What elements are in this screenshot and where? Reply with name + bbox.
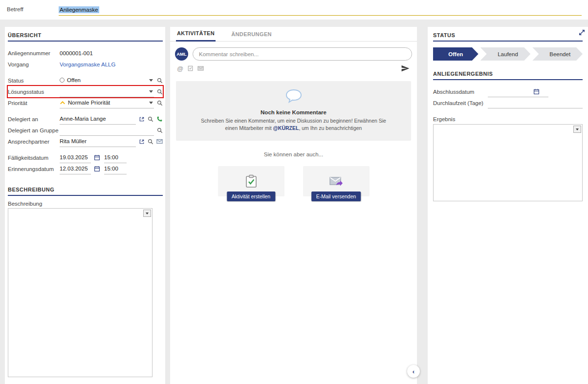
abschlussdatum-label: Abschlussdatum <box>433 89 488 95</box>
ansprechpartner-value: Rita Müller <box>60 138 87 144</box>
erinnerungsdatum-time-input[interactable]: 15:00 <box>104 163 127 174</box>
send-email-card[interactable]: E-Mail versenden <box>303 166 370 196</box>
avatar: AML <box>175 47 188 61</box>
send-icon[interactable] <box>401 64 410 72</box>
clipboard-check-icon <box>245 174 258 188</box>
delegiert-an-gruppe-input[interactable] <box>60 125 154 136</box>
delegiert-an-gruppe-label: Delegiert an Gruppe <box>8 128 60 133</box>
status-value: Offen <box>67 77 81 83</box>
mention-kuerzel: @KÜRZEL <box>273 125 299 131</box>
ansprechpartner-input[interactable]: Rita Müller <box>60 136 136 147</box>
vorgang-link[interactable]: Vorgangsmaske ALLG <box>60 62 115 67</box>
prioritaet-dropdown[interactable]: Normale Priorität <box>60 97 154 108</box>
tab-aktivitaeten[interactable]: AKTIVITÄTEN <box>176 30 216 42</box>
create-activity-card[interactable]: Aktivität erstellen <box>218 166 284 196</box>
ergebnis-label: Ergebnis <box>433 116 583 122</box>
status-step-laufend[interactable]: Laufend <box>480 47 531 61</box>
mention-icon[interactable]: @ <box>177 65 183 72</box>
overview-section-title: ÜBERSICHT <box>8 31 163 42</box>
field-vorgang: Vorgang Vorgangsmaske ALLG <box>8 59 163 70</box>
composer-toolbar: @ <box>170 61 417 72</box>
delegiert-an-gruppe-search-icon[interactable] <box>157 128 163 133</box>
description-section-title: BESCHREIBUNG <box>8 185 163 196</box>
abschlussdatum-input[interactable] <box>488 86 548 97</box>
status-step-offen[interactable]: Offen <box>433 47 479 61</box>
mail-icon[interactable] <box>197 66 204 71</box>
anliegennummer-value: 0000001-001 <box>60 50 93 56</box>
chevron-down-icon[interactable] <box>149 90 153 93</box>
prioritaet-label: Priorität <box>8 100 60 106</box>
no-comments-text-after: , um Ihn zu benachrichtigen <box>299 125 362 131</box>
faelligkeitsdatum-time-input[interactable]: 15:00 <box>104 152 127 163</box>
ergebnis-dropdown-button[interactable] <box>573 126 581 133</box>
field-faelligkeitsdatum: Fälligkeitsdatum 19.03.2025 15:00 <box>8 152 163 163</box>
beschreibung-dropdown-button[interactable] <box>143 210 151 217</box>
delegiert-an-label: Delegiert an <box>8 116 60 122</box>
status-steps: Offen Laufend Beendet <box>433 47 583 61</box>
no-comments-panel: Noch keine Kommentare Schreiben Sie eine… <box>176 81 411 141</box>
field-prioritaet: Priorität Normale Priorität <box>8 97 163 108</box>
field-delegiert-an: Delegiert an Anne-Maria Lange <box>8 113 163 125</box>
faelligkeitsdatum-date-input[interactable]: 19.03.2025 <box>60 152 91 163</box>
calendar-icon[interactable] <box>94 166 100 172</box>
calendar-icon[interactable] <box>94 154 100 161</box>
send-email-button[interactable]: E-Mail versenden <box>311 192 361 201</box>
open-record-icon[interactable] <box>139 116 145 122</box>
ergebnis-textarea[interactable] <box>434 125 582 201</box>
erinnerungsdatum-time-value: 15:00 <box>104 166 118 171</box>
loesungsstatus-dropdown[interactable] <box>60 86 154 97</box>
phone-icon[interactable] <box>156 116 163 122</box>
field-loesungsstatus: Lösungsstatus <box>8 86 163 97</box>
task-icon[interactable] <box>188 65 193 71</box>
field-ansprechpartner: Ansprechpartner Rita Müller <box>8 136 163 147</box>
anliegennummer-label: Anliegennummer <box>8 50 60 56</box>
durchlaufzeit-input[interactable] <box>488 97 583 108</box>
activities-tabbar: AKTIVITÄTEN ÄNDERUNGEN <box>170 27 417 42</box>
mail-forward-icon <box>329 175 344 188</box>
open-record-icon[interactable] <box>139 139 145 145</box>
no-comments-text: Schreiben Sie einen Kommentar, um eine D… <box>196 117 392 132</box>
mail-icon[interactable] <box>156 139 163 144</box>
overview-panel: ÜBERSICHT Anliegennummer 0000001-001 Vor… <box>5 27 165 384</box>
beschreibung-textarea[interactable] <box>8 209 152 377</box>
comment-composer: AML <box>170 42 417 61</box>
subject-value-selected: Anliegenmaske <box>59 6 99 13</box>
faelligkeitsdatum-date-value: 19.03.2025 <box>60 154 88 160</box>
beschreibung-label: Beschreibung <box>8 201 163 207</box>
loesungsstatus-label: Lösungsstatus <box>8 89 60 95</box>
collapse-panel-button[interactable]: ‹ <box>407 365 420 378</box>
field-durchlaufzeit: Durchlaufzeit (Tage) <box>433 97 583 108</box>
tab-aenderungen[interactable]: ÄNDERUNGEN <box>230 31 273 41</box>
loesungsstatus-search-icon[interactable] <box>157 89 163 95</box>
prioritaet-search-icon[interactable] <box>157 100 163 106</box>
field-status: Status Offen <box>8 75 163 86</box>
expand-corner-icon[interactable] <box>578 29 586 37</box>
status-panel: STATUS Offen Laufend Beendet ANLIEGENERG… <box>428 27 588 384</box>
durchlaufzeit-label: Durchlaufzeit (Tage) <box>433 100 488 106</box>
delegiert-an-input[interactable]: Anne-Maria Lange <box>60 113 136 125</box>
erinnerungsdatum-date-input[interactable]: 12.03.2025 <box>60 163 91 174</box>
delegiert-an-value: Anne-Maria Lange <box>60 116 106 122</box>
chevron-down-icon[interactable] <box>149 102 153 104</box>
speech-bubble-icon <box>285 89 303 104</box>
status-step-beendet[interactable]: Beendet <box>532 47 583 61</box>
prioritaet-value: Normale Priorität <box>68 100 110 106</box>
ansprechpartner-search-icon[interactable] <box>148 139 153 145</box>
calendar-icon[interactable] <box>533 88 540 95</box>
delegiert-an-search-icon[interactable] <box>148 116 153 122</box>
subject-input[interactable]: Anliegenmaske <box>59 4 582 16</box>
quick-actions: Aktivität erstellen E-Mail versenden <box>170 166 417 196</box>
field-anliegennummer: Anliegennummer 0000001-001 <box>8 47 163 59</box>
ergebnis-textarea-box <box>433 124 583 201</box>
comment-input[interactable] <box>193 47 412 61</box>
create-activity-button[interactable]: Aktivität erstellen <box>227 192 275 201</box>
status-dropdown[interactable]: Offen <box>60 75 154 86</box>
status-search-icon[interactable] <box>157 78 163 84</box>
status-radio-icon <box>60 78 65 83</box>
field-abschlussdatum: Abschlussdatum <box>433 86 583 97</box>
erinnerungsdatum-label: Erinnerungsdatum <box>8 166 60 172</box>
chevron-down-icon[interactable] <box>149 79 153 82</box>
beschreibung-textarea-box <box>8 208 152 377</box>
status-label: Status <box>8 78 60 84</box>
subject-bar: Betreff Anliegenmaske <box>0 0 588 20</box>
